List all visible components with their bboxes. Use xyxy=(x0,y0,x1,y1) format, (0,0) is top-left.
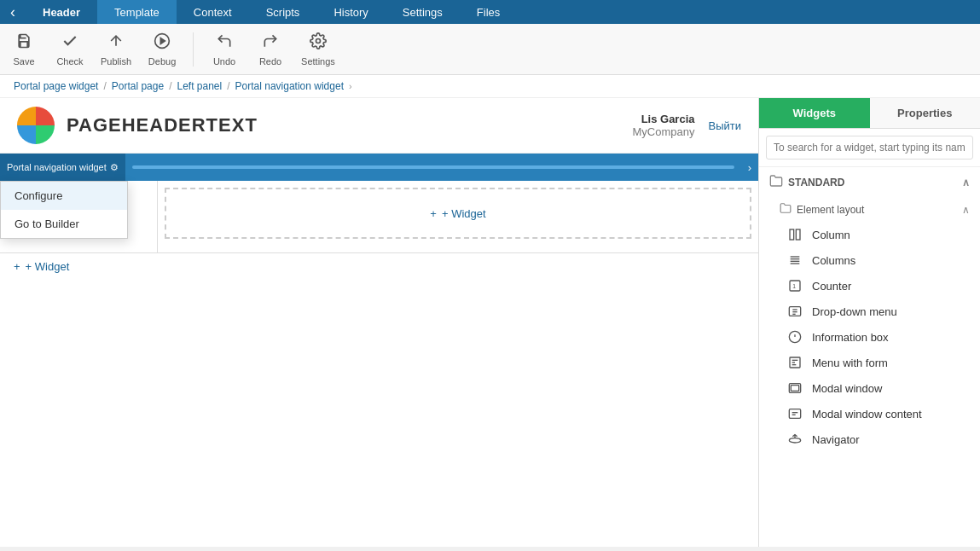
page-header-left: PAGEHEADERTEXT xyxy=(17,107,258,144)
columns-icon xyxy=(786,253,803,267)
tab-scripts[interactable]: Scripts xyxy=(249,0,317,24)
portal-nav-label-text: Portal navigation widget xyxy=(7,162,107,172)
tab-template[interactable]: Template xyxy=(97,0,177,24)
back-button[interactable]: ‹ xyxy=(0,3,26,21)
username: Lis Garcia xyxy=(633,113,695,125)
page-title: PAGEHEADERTEXT xyxy=(67,114,258,136)
page-header-right: Lis Garcia MyCompany Выйти xyxy=(633,113,741,138)
header-label: Header xyxy=(26,6,97,19)
column-icon xyxy=(786,228,803,241)
dropdown-icon xyxy=(786,304,803,318)
plus-icon: + xyxy=(430,207,437,220)
modal-content-icon xyxy=(786,407,803,420)
widget-label-modal-window-content: Modal window content xyxy=(812,408,922,420)
info-icon xyxy=(786,330,803,344)
redo-button[interactable]: Redo xyxy=(255,32,286,67)
redo-label: Redo xyxy=(259,56,281,67)
breadcrumb: Portal page widget / Portal page / Left … xyxy=(0,75,980,98)
context-menu-go-to-builder[interactable]: Go to Builder xyxy=(1,210,127,238)
widget-item-navigator[interactable]: Navigator xyxy=(759,426,980,452)
settings-icon xyxy=(310,32,327,54)
tab-properties[interactable]: Properties xyxy=(870,98,981,128)
settings-button[interactable]: Settings xyxy=(301,32,335,67)
breadcrumb-item-portal-navigation-widget[interactable]: Portal navigation widget xyxy=(235,80,344,92)
widget-label-information-box: Information box xyxy=(812,331,889,344)
tab-files[interactable]: Files xyxy=(460,0,517,24)
widget-label-column: Column xyxy=(812,229,850,241)
page-header: PAGEHEADERTEXT Lis Garcia MyCompany Выйт… xyxy=(0,98,758,154)
nav-progress-bar xyxy=(132,165,734,169)
search-input[interactable] xyxy=(766,136,973,160)
save-label: Save xyxy=(13,56,34,67)
widget-item-modal-window[interactable]: Modal window xyxy=(759,375,980,401)
add-widget-label: + Widget xyxy=(442,207,486,220)
undo-button[interactable]: Undo xyxy=(209,32,240,67)
tab-history[interactable]: History xyxy=(316,0,385,24)
bottom-widget-label: + Widget xyxy=(26,260,70,273)
debug-button[interactable]: Debug xyxy=(147,32,177,67)
element-layout-collapse-icon: ∧ xyxy=(962,204,970,216)
element-layout-subsection[interactable]: Element layout ∧ xyxy=(759,197,980,222)
user-info: Lis Garcia MyCompany xyxy=(633,113,695,138)
logout-button[interactable]: Выйти xyxy=(709,119,742,132)
svg-rect-24 xyxy=(791,386,798,392)
standard-section-label: STANDARD xyxy=(788,177,844,188)
svg-point-28 xyxy=(789,438,800,443)
content-area: + + Widget + + Widget xyxy=(158,181,758,252)
widget-item-dropdown-menu[interactable]: Drop-down menu xyxy=(759,299,980,324)
widget-label-modal-window: Modal window xyxy=(812,382,882,395)
publish-icon xyxy=(107,32,125,54)
breadcrumb-sep-2: / xyxy=(169,80,171,92)
standard-section-header[interactable]: STANDARD ∧ xyxy=(759,167,980,197)
tab-settings[interactable]: Settings xyxy=(386,0,460,24)
widget-item-column[interactable]: Column xyxy=(759,222,980,247)
publish-button[interactable]: Publish xyxy=(101,32,131,67)
bottom-widget-area[interactable]: + + Widget xyxy=(0,252,758,280)
menu-form-icon xyxy=(786,356,803,369)
breadcrumb-chevron: › xyxy=(349,81,352,91)
settings-label: Settings xyxy=(301,56,335,67)
add-widget-area[interactable]: + + Widget xyxy=(165,188,751,239)
context-menu: Configure Go to Builder xyxy=(0,181,128,239)
modal-icon xyxy=(786,381,803,395)
breadcrumb-item-portal-page-widget[interactable]: Portal page widget xyxy=(14,80,98,92)
top-nav-bar: ‹ Header Template Context Scripts Histor… xyxy=(0,0,980,24)
context-menu-configure[interactable]: Configure xyxy=(1,182,127,210)
search-box xyxy=(759,129,980,167)
folder-icon xyxy=(769,174,783,190)
toolbar-separator xyxy=(193,32,194,67)
widget-label-columns: Columns xyxy=(812,254,855,267)
widget-item-modal-window-content[interactable]: Modal window content xyxy=(759,401,980,426)
plus-icon-bottom: + xyxy=(14,260,20,273)
folder-sub-icon xyxy=(780,202,792,217)
save-button[interactable]: Save xyxy=(9,32,39,67)
check-icon xyxy=(61,32,78,54)
breadcrumb-item-left-panel[interactable]: Left panel xyxy=(177,80,222,92)
tab-widgets[interactable]: Widgets xyxy=(759,98,870,128)
tab-context[interactable]: Context xyxy=(177,0,249,24)
widget-label-counter: Counter xyxy=(812,280,851,293)
toolbar: Save Check Publish Debug Undo Redo xyxy=(0,24,980,75)
right-panel: Widgets Properties STANDARD ∧ Element la… xyxy=(758,98,980,547)
widget-item-information-box[interactable]: Information box xyxy=(759,324,980,350)
main-area: PAGEHEADERTEXT Lis Garcia MyCompany Выйт… xyxy=(0,98,980,547)
navigator-icon xyxy=(786,432,803,446)
right-panel-tabs: Widgets Properties xyxy=(759,98,980,129)
undo-label: Undo xyxy=(213,56,235,67)
widget-item-counter[interactable]: 1 Counter xyxy=(759,273,980,299)
widget-item-columns[interactable]: Columns xyxy=(759,247,980,273)
debug-label: Debug xyxy=(148,56,176,67)
portal-nav-gear-icon[interactable]: ⚙ xyxy=(110,162,119,173)
svg-rect-25 xyxy=(789,409,800,419)
publish-label: Publish xyxy=(101,56,131,67)
breadcrumb-item-portal-page[interactable]: Portal page xyxy=(112,80,164,92)
widget-item-menu-with-form[interactable]: Menu with form xyxy=(759,350,980,375)
collapse-icon: ∧ xyxy=(962,177,970,188)
page-nav-bar: Portal navigation widget ⚙ Configure Go … xyxy=(0,154,758,181)
nav-chevron-icon[interactable]: › xyxy=(741,161,758,174)
debug-icon xyxy=(154,32,171,54)
company: MyCompany xyxy=(633,125,695,138)
counter-icon: 1 xyxy=(786,279,803,293)
check-button[interactable]: Check xyxy=(55,32,85,67)
svg-rect-4 xyxy=(790,229,794,240)
